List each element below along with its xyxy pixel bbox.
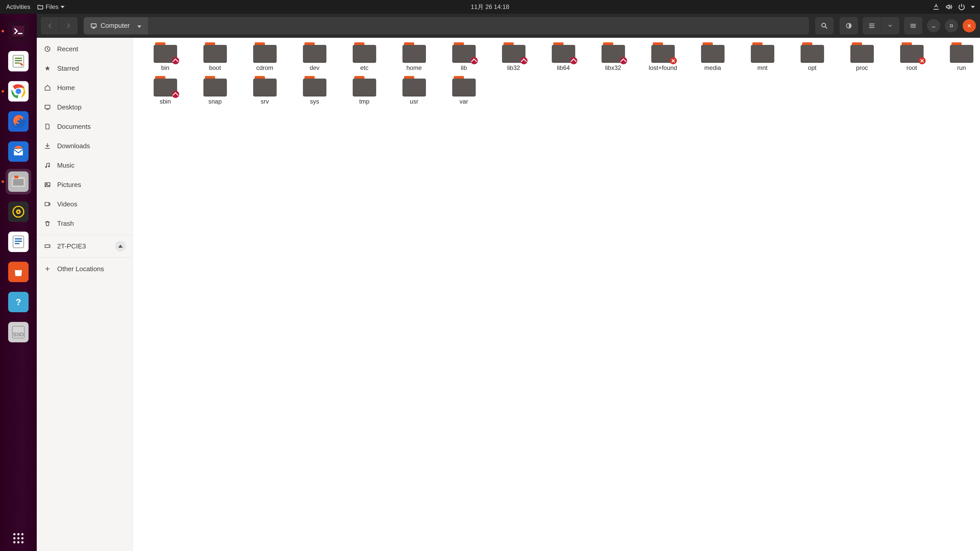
- folder-tmp[interactable]: tmp: [339, 76, 389, 105]
- software-icon: [8, 262, 29, 282]
- folder-root[interactable]: root: [887, 42, 937, 71]
- folder-lib64[interactable]: lib64: [538, 42, 588, 71]
- dock-libreoffice[interactable]: [6, 229, 31, 254]
- search-button[interactable]: [815, 17, 834, 35]
- path-segment-computer[interactable]: Computer: [84, 17, 148, 35]
- window-minimize-button[interactable]: [927, 19, 940, 32]
- dock-text-editor[interactable]: [6, 48, 31, 74]
- sidebar-device-2T-PCIE3[interactable]: 2T-PCIE3: [37, 237, 132, 256]
- sidebar-music[interactable]: Music: [37, 156, 132, 175]
- sidebar-desktop[interactable]: Desktop: [37, 97, 132, 117]
- eject-button[interactable]: [115, 241, 126, 251]
- svg-point-24: [13, 537, 16, 540]
- folder-label: home: [406, 64, 422, 71]
- dock-help[interactable]: ?: [6, 289, 31, 315]
- folder-bin[interactable]: bin: [140, 42, 190, 71]
- running-indicator: [2, 30, 4, 32]
- folder-home[interactable]: home: [389, 42, 439, 71]
- svg-rect-0: [13, 26, 24, 37]
- network-icon[interactable]: [932, 3, 940, 11]
- folder-media[interactable]: media: [688, 42, 738, 71]
- pathbar[interactable]: Computer: [84, 17, 809, 35]
- chevron-down-icon: [887, 23, 893, 29]
- downloads-icon: [43, 142, 52, 150]
- sidebar-other-locations[interactable]: Other Locations: [37, 259, 132, 279]
- dock-disk-ssd[interactable]: SSD: [6, 319, 31, 345]
- folder-proc[interactable]: proc: [837, 42, 887, 71]
- sidebar-item-label: Pictures: [57, 181, 81, 189]
- folder-etc[interactable]: etc: [339, 42, 389, 71]
- folder-srv[interactable]: srv: [240, 76, 290, 105]
- dock-software[interactable]: [6, 259, 31, 285]
- dock-firefox[interactable]: [6, 109, 31, 134]
- hamburger-menu-button[interactable]: [904, 17, 922, 35]
- folder-dev[interactable]: dev: [290, 42, 339, 71]
- sidebar-item-label: Recent: [57, 45, 78, 53]
- text-editor-icon: [8, 51, 29, 71]
- back-button[interactable]: [41, 17, 59, 35]
- running-indicator: [2, 180, 4, 183]
- files-sidebar: RecentStarredHomeDesktopDocumentsDownloa…: [37, 38, 133, 551]
- dock-terminal[interactable]: [6, 18, 31, 44]
- dock-rhythmbox[interactable]: [6, 199, 31, 224]
- system-menu-chevron-icon[interactable]: [971, 6, 975, 8]
- folder-icon: [37, 3, 44, 10]
- sidebar-star[interactable]: Starred: [37, 59, 132, 78]
- zoom-contrast-button[interactable]: [840, 17, 858, 35]
- power-icon[interactable]: [958, 3, 965, 11]
- folder-usr[interactable]: usr: [389, 76, 439, 105]
- folder-sbin[interactable]: sbin: [140, 76, 190, 105]
- volume-icon[interactable]: [945, 3, 953, 11]
- plus-icon: [43, 265, 52, 273]
- folder-grid: binbootcdromdevetchomeliblib32lib64libx3…: [140, 42, 972, 105]
- svg-point-23: [21, 533, 24, 535]
- folder-lib32[interactable]: lib32: [489, 42, 538, 71]
- svg-point-21: [13, 533, 16, 535]
- sidebar-pictures[interactable]: Pictures: [37, 175, 132, 194]
- folder-icon: [154, 42, 177, 63]
- window-close-button[interactable]: [963, 19, 976, 32]
- folder-snap[interactable]: snap: [190, 76, 240, 105]
- activities-button[interactable]: Activities: [6, 3, 30, 11]
- folder-mnt[interactable]: mnt: [738, 42, 788, 71]
- sidebar-documents[interactable]: Documents: [37, 117, 132, 136]
- chrome-icon: [8, 81, 29, 102]
- folder-lib[interactable]: lib: [439, 42, 489, 71]
- clock[interactable]: 11月 26 14:18: [471, 3, 509, 11]
- folder-label: proc: [856, 64, 868, 71]
- files-content-area[interactable]: binbootcdromdevetchomeliblib32lib64libx3…: [133, 38, 980, 551]
- folder-lost+found[interactable]: lost+found: [638, 42, 688, 71]
- sidebar-home[interactable]: Home: [37, 78, 132, 97]
- folder-icon: [900, 42, 924, 63]
- folder-opt[interactable]: opt: [788, 42, 837, 71]
- folder-boot[interactable]: boot: [190, 42, 240, 71]
- folder-libx32[interactable]: libx32: [588, 42, 638, 71]
- sidebar-downloads[interactable]: Downloads: [37, 136, 132, 156]
- view-list-button[interactable]: [862, 17, 881, 35]
- dock-thunderbird[interactable]: [6, 139, 31, 164]
- folder-label: sys: [310, 98, 319, 105]
- sidebar-trash[interactable]: Trash: [37, 214, 132, 233]
- folder-icon: [452, 42, 476, 63]
- app-menu-files[interactable]: Files: [37, 3, 65, 11]
- folder-icon: [701, 42, 724, 63]
- window-restore-button[interactable]: [945, 19, 958, 32]
- firefox-icon: [8, 111, 29, 132]
- folder-var[interactable]: var: [439, 76, 489, 105]
- folder-icon: [303, 76, 326, 97]
- view-options-button[interactable]: [881, 17, 899, 35]
- dock-chrome[interactable]: [6, 79, 31, 104]
- forward-button[interactable]: [59, 17, 78, 35]
- show-applications-button[interactable]: [6, 526, 31, 551]
- sidebar-videos[interactable]: Videos: [37, 194, 132, 214]
- folder-run[interactable]: run: [937, 42, 980, 71]
- folder-label: srv: [261, 98, 269, 105]
- folder-sys[interactable]: sys: [290, 76, 339, 105]
- sidebar-recent[interactable]: Recent: [37, 39, 132, 59]
- folder-label: boot: [209, 64, 221, 71]
- sidebar-item-label: Starred: [57, 65, 79, 73]
- folder-label: lib64: [557, 64, 570, 71]
- folder-cdrom[interactable]: cdrom: [240, 42, 290, 71]
- dock-files[interactable]: [6, 169, 31, 194]
- music-icon: [43, 161, 52, 169]
